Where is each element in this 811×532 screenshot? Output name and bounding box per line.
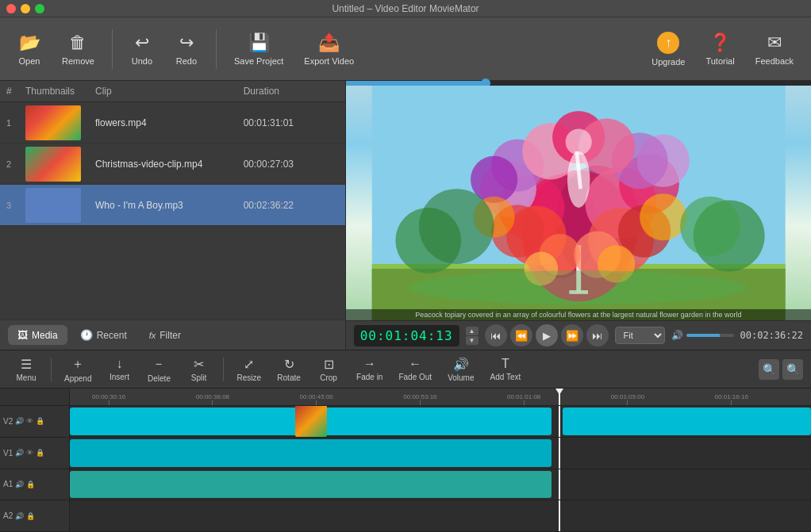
track-a1-mute[interactable]: 🔊 <box>15 480 24 488</box>
add-text-label: Add Text <box>490 373 521 381</box>
maximize-button[interactable] <box>35 4 44 13</box>
tab-filter-label: Filter <box>160 330 181 341</box>
track-v2-lock[interactable]: 🔒 <box>36 417 44 425</box>
time-stepper[interactable]: ▲ ▼ <box>466 327 479 345</box>
track-v2-playhead <box>559 406 560 437</box>
clip-thumb-3 <box>25 188 81 223</box>
volume-tl-icon: 🔊 <box>453 357 469 372</box>
zoom-in-button[interactable]: 🔍 <box>782 359 803 380</box>
crop-button[interactable]: ⊡ Crop <box>310 354 347 385</box>
track-v2-segment-left[interactable] <box>70 408 552 435</box>
insert-button[interactable]: ↓ Insert <box>101 354 137 385</box>
track-v2-thumbnail <box>295 406 327 437</box>
track-v2-segment-right[interactable] <box>563 408 811 435</box>
remove-button[interactable]: 🗑 Remove <box>52 26 104 72</box>
undo-button[interactable]: ↩ Undo <box>121 26 163 72</box>
fade-in-label: Fade in <box>356 373 382 381</box>
minimize-button[interactable] <box>21 4 30 13</box>
tutorial-button[interactable]: ❓ Tutorial <box>696 25 744 73</box>
track-a2-content <box>70 500 811 531</box>
export-button[interactable]: 📤 Export Video <box>294 26 363 72</box>
track-v2-name: V2 <box>3 417 13 426</box>
close-button[interactable] <box>6 4 16 13</box>
clip-row[interactable]: 2 Christmas-video-clip.mp4 00:00:27:03 <box>0 144 345 185</box>
skip-start-button[interactable]: ⏮ <box>485 324 507 346</box>
resize-button[interactable]: ⤢ Resize <box>230 354 267 385</box>
resize-label: Resize <box>236 373 261 382</box>
volume-label: Volume <box>448 373 474 382</box>
redo-label: Redo <box>176 56 197 66</box>
volume-slider[interactable] <box>686 334 734 337</box>
clip-name-2: Christmas-video-clip.mp4 <box>89 159 244 170</box>
all-tracks: V2 🔊 👁 🔒 <box>0 406 811 532</box>
split-label: Split <box>191 373 206 382</box>
ruler-mark-4: 00:01:01:08 <box>507 393 540 405</box>
window-controls[interactable] <box>6 4 44 13</box>
tutorial-icon: ❓ <box>709 33 731 53</box>
main-toolbar: 📂 Open 🗑 Remove ↩ Undo ↪ Redo 💾 Save Pro… <box>0 17 811 81</box>
save-button[interactable]: 💾 Save Project <box>225 26 293 72</box>
track-a1-playhead <box>559 469 560 500</box>
track-v1-segment[interactable] <box>70 439 552 467</box>
volume-button[interactable]: 🔊 Volume <box>441 354 480 385</box>
clip-row[interactable]: 1 flowers.mp4 00:01:31:01 <box>0 102 345 144</box>
zoom-out-button[interactable]: 🔍 <box>759 359 779 380</box>
total-time-display: 00:02:36:22 <box>740 330 803 341</box>
track-a2-mute[interactable]: 🔊 <box>15 512 24 520</box>
feedback-button[interactable]: ✉ Feedback <box>746 25 803 73</box>
fast-forward-button[interactable]: ⏩ <box>561 324 583 346</box>
fade-in-icon: → <box>363 357 376 371</box>
ruler-mark-5: 00:01:09:00 <box>611 393 644 405</box>
timeline-tracks: 00:00:30:16 00:00:38:08 00:00:45:00 00:0… <box>0 388 811 532</box>
split-button[interactable]: ✂ Split <box>180 354 217 385</box>
fade-out-button[interactable]: ← Fade Out <box>392 354 438 385</box>
feedback-icon: ✉ <box>767 33 782 53</box>
time-down-button[interactable]: ▼ <box>466 336 479 345</box>
append-label: Append <box>64 374 91 383</box>
track-a1-lock[interactable]: 🔒 <box>26 480 35 488</box>
track-v2-eye[interactable]: 👁 <box>26 417 33 425</box>
track-a1-segment[interactable] <box>70 471 552 499</box>
volume-area: 🔊 <box>671 330 734 341</box>
tab-recent[interactable]: 🕐 Recent <box>71 325 136 345</box>
redo-button[interactable]: ↪ Redo <box>165 26 208 72</box>
fade-in-button[interactable]: → Fade in <box>350 354 389 385</box>
track-v1-mute[interactable]: 🔊 <box>15 449 24 457</box>
upgrade-button[interactable]: ↑ Upgrade <box>642 25 694 73</box>
playhead[interactable] <box>559 388 560 405</box>
add-text-button[interactable]: T Add Text <box>483 354 527 385</box>
track-v2-mute[interactable]: 🔊 <box>15 417 24 425</box>
ruler-mark-1: 00:00:38:08 <box>196 393 229 405</box>
menu-button[interactable]: ☰ Menu <box>8 354 44 385</box>
append-button[interactable]: ＋ Append <box>58 353 98 386</box>
track-v1-lock[interactable]: 🔒 <box>36 449 44 457</box>
track-v1-eye[interactable]: 👁 <box>26 449 33 457</box>
time-up-button[interactable]: ▲ <box>466 327 479 335</box>
fit-select[interactable]: Fit 25% 50% 75% 100% <box>615 327 665 344</box>
clip-num-1: 1 <box>6 118 25 128</box>
track-a2-lock[interactable]: 🔒 <box>26 512 35 520</box>
header-duration: Duration <box>244 86 339 97</box>
tab-filter[interactable]: fx Filter <box>140 325 190 345</box>
clip-num-2: 2 <box>6 159 25 169</box>
skip-end-button[interactable]: ⏭ <box>586 324 609 346</box>
split-icon: ✂ <box>194 357 204 372</box>
right-panel: Peacock topiary covered in an array of c… <box>346 81 811 350</box>
track-a2: A2 🔊 🔒 <box>0 500 811 532</box>
tab-media[interactable]: 🖼 Media <box>8 325 67 345</box>
play-button[interactable]: ▶ <box>536 324 558 346</box>
rewind-button[interactable]: ⏪ <box>510 324 532 346</box>
open-button[interactable]: 📂 Open <box>8 26 51 72</box>
redo-icon: ↪ <box>179 33 194 53</box>
clip-thumb-1 <box>25 105 81 140</box>
undo-label: Undo <box>132 56 152 66</box>
current-time-display: 00:01:04:13 <box>354 325 459 346</box>
video-caption: Peacock topiary covered in an array of c… <box>346 309 811 320</box>
delete-label: Delete <box>148 374 171 383</box>
rotate-button[interactable]: ↻ Rotate <box>271 354 307 385</box>
tl-separator-1 <box>51 358 52 381</box>
clip-duration-2: 00:00:27:03 <box>244 159 339 170</box>
clip-row[interactable]: 3 Who - I'm A Boy.mp3 00:02:36:22 <box>0 185 345 226</box>
media-tabs: 🖼 Media 🕐 Recent fx Filter <box>0 320 345 350</box>
delete-button[interactable]: － Delete <box>140 353 177 386</box>
